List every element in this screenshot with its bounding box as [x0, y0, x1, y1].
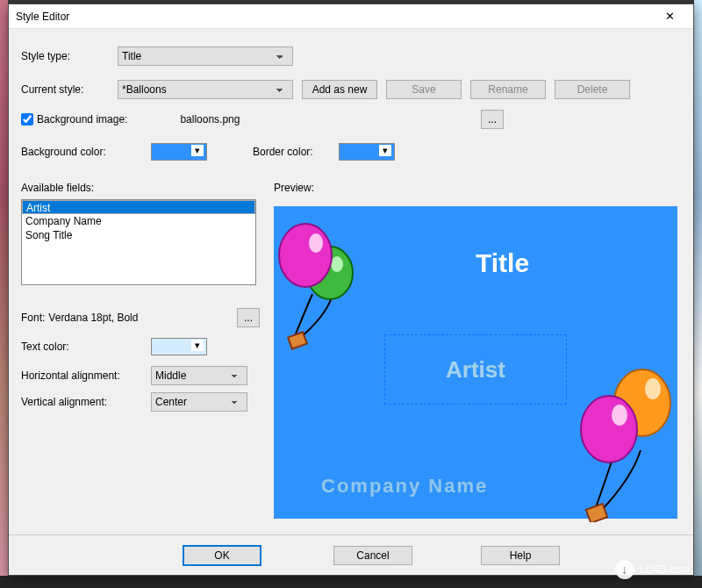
balloons-left-icon [274, 204, 370, 354]
delete-button[interactable]: Delete [555, 80, 630, 99]
available-fields-label: Available fields: [21, 182, 94, 194]
watermark-arrow-icon: ↓ [615, 560, 634, 579]
dialog-content: Style type: Title Current style: *Balloo… [9, 29, 693, 575]
cancel-button[interactable]: Cancel [333, 546, 412, 565]
save-button[interactable]: Save [386, 80, 462, 99]
preview-title-text: Title [476, 248, 529, 278]
window-title: Style Editor [16, 11, 653, 23]
svg-point-2 [331, 256, 343, 272]
background-image-checkbox-label[interactable]: Background image: [21, 113, 127, 125]
svg-rect-0 [288, 332, 307, 348]
horizontal-alignment-label: Horizontal alignment: [21, 369, 151, 382]
font-browse-button[interactable]: ... [237, 308, 260, 327]
field-item[interactable]: Song Title [22, 228, 255, 242]
vertical-alignment-label: Vertical alignment: [21, 396, 151, 408]
available-fields-listbox[interactable]: ArtistCompany NameSong Title [21, 199, 256, 285]
svg-point-4 [309, 233, 323, 253]
button-bar: OK Cancel Help [9, 534, 693, 575]
ok-button[interactable]: OK [183, 545, 261, 566]
text-color-label: Text color: [21, 341, 151, 353]
background-bottom-strip [0, 576, 702, 588]
preview-label: Preview: [274, 182, 314, 194]
svg-rect-5 [586, 504, 607, 522]
preview-company-text: Company Name [321, 475, 488, 498]
watermark-text: LO4D.com [640, 563, 690, 576]
svg-point-7 [645, 378, 661, 399]
svg-point-9 [612, 405, 627, 426]
field-item[interactable]: Artist [22, 200, 255, 214]
background-image-filename: balloons.png [180, 113, 240, 125]
style-type-label: Style type: [21, 50, 118, 62]
background-color-swatch[interactable] [151, 143, 207, 161]
help-button[interactable]: Help [481, 546, 560, 565]
vertical-alignment-select[interactable]: Center [151, 392, 247, 412]
titlebar[interactable]: Style Editor ✕ [9, 4, 693, 29]
font-value: Verdana 18pt, Bold [48, 312, 138, 324]
balloons-right-icon [565, 338, 679, 522]
field-item[interactable]: Company Name [22, 214, 255, 228]
add-as-new-button[interactable]: Add as new [302, 80, 377, 99]
close-button[interactable]: ✕ [653, 4, 686, 29]
horizontal-alignment-select[interactable]: Middle [151, 366, 247, 385]
background-image-label: Background image: [37, 113, 127, 125]
style-editor-window: Style Editor ✕ Style type: Title Current… [8, 4, 694, 576]
background-left-strip [0, 0, 8, 588]
border-color-label: Border color: [253, 146, 339, 158]
preview-artist-box: Artist [384, 334, 567, 405]
border-color-swatch[interactable] [339, 143, 395, 161]
style-type-select[interactable]: Title [118, 47, 293, 66]
preview-artist-text: Artist [446, 356, 505, 384]
font-label: Font: [21, 312, 45, 324]
text-color-swatch[interactable] [151, 338, 207, 355]
background-color-label: Background color: [21, 146, 151, 158]
background-right-strip [694, 0, 702, 588]
svg-point-3 [279, 224, 332, 287]
svg-point-8 [581, 396, 637, 463]
current-style-select[interactable]: *Balloons [118, 80, 293, 99]
current-style-label: Current style: [21, 83, 118, 96]
watermark: ↓ LO4D.com [615, 560, 690, 579]
background-image-checkbox[interactable] [21, 113, 33, 125]
rename-button[interactable]: Rename [470, 80, 546, 99]
preview-pane: Title Artist Company Name [274, 206, 677, 519]
background-image-browse-button[interactable]: ... [481, 110, 504, 129]
